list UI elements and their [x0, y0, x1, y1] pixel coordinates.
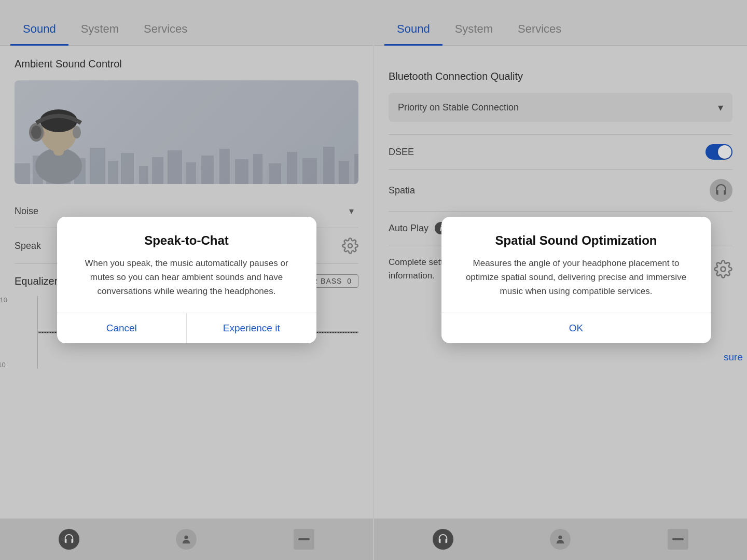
modal-title: Speak-to-Chat [76, 233, 298, 248]
ok-button[interactable]: OK [441, 313, 711, 343]
cancel-button[interactable]: Cancel [57, 313, 187, 343]
modal-body: Speak-to-Chat When you speak, the music … [57, 217, 316, 299]
experience-it-button[interactable]: Experience it [187, 313, 316, 343]
left-panel: Sound System Services Ambient Sound Cont… [0, 0, 373, 560]
right-panel: Sound System Services Bluetooth Connecti… [374, 0, 747, 560]
modal-buttons: Cancel Experience it [57, 313, 316, 343]
right-modal-title: Spatial Sound Optimization [460, 233, 693, 248]
spatial-sound-modal-overlay: Spatial Sound Optimization Measures the … [374, 0, 747, 560]
sure-partial-label: sure [720, 342, 747, 372]
speak-to-chat-modal-overlay: Speak-to-Chat When you speak, the music … [0, 0, 373, 560]
right-modal-body: Spatial Sound Optimization Measures the … [441, 217, 711, 299]
modal-text: When you speak, the music automatically … [76, 256, 298, 299]
right-modal-text: Measures the angle of your headphone pla… [460, 256, 693, 299]
right-modal-buttons: OK [441, 313, 711, 343]
spatial-sound-modal: Spatial Sound Optimization Measures the … [441, 217, 711, 344]
speak-to-chat-modal: Speak-to-Chat When you speak, the music … [57, 217, 316, 344]
